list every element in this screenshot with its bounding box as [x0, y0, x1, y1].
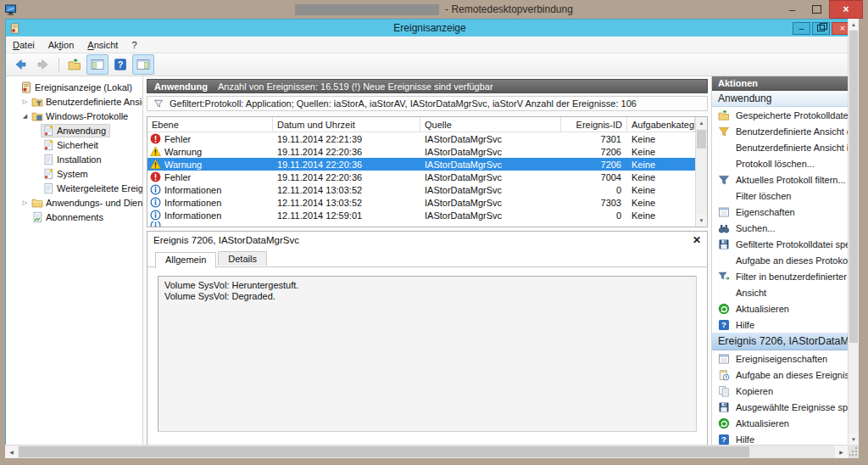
menu-ansicht[interactable]: Ansicht — [81, 40, 125, 50]
action-eigenschaften[interactable]: Eigenschaften — [712, 204, 848, 220]
action-filter-in-benutzerdefinierter-ans[interactable]: Filter in benutzerdefinierter Ans... — [712, 268, 848, 284]
action-benutzerdefinierte-ansicht-erste[interactable]: Benutzerdefinierte Ansicht erste... — [712, 123, 848, 139]
scroll-down-icon[interactable]: ▼ — [849, 434, 859, 445]
console-tree-icon — [91, 58, 104, 71]
tree-item-anwendungs-und-dienstprotokolle[interactable]: ▷Anwendungs- und Dienstprotokolle — [6, 195, 142, 210]
menu-aktion[interactable]: Aktion — [42, 40, 81, 50]
event-details-pane: Ereignis 7206, IAStorDataMgrSvc ✕ Allgem… — [147, 231, 708, 445]
scroll-right-icon[interactable]: ▶ — [835, 445, 848, 458]
filter-view-icon — [718, 271, 730, 283]
scroll-up-icon[interactable]: ▲ — [696, 117, 707, 129]
tree-item-installation[interactable]: Installation — [6, 152, 142, 166]
rdp-minimize-button[interactable]: – — [780, 0, 804, 19]
action-kopieren[interactable]: Kopieren — [712, 383, 848, 399]
action-aktualisieren[interactable]: Aktualisieren — [712, 415, 848, 431]
column-header-ebene[interactable]: Ebene — [147, 117, 273, 132]
event-row[interactable] — [147, 221, 695, 227]
actions-section-ereignis-7206-iastordatamg[interactable]: Ereignis 7206, IAStorDataMg... — [712, 333, 848, 350]
actions-section-anwendung[interactable]: Anwendung — [712, 91, 848, 107]
event-message-box[interactable]: Volume SysVol: Heruntergestuft.Volume Sy… — [158, 276, 697, 432]
tree-item-label: Installation — [57, 154, 102, 165]
column-header-ereignis-id[interactable]: Ereignis-ID — [561, 117, 627, 132]
tree-item-label: Anwendungs- und Dienstprotokolle — [46, 198, 143, 208]
event-row[interactable]: Informationen12.11.2014 12:59:01IAStorDa… — [147, 209, 695, 221]
mmc-titlebar[interactable]: Ereignisanzeige – × — [6, 20, 848, 36]
column-header-aufgabenkategorie[interactable]: Aufgabenkategorie — [627, 117, 695, 132]
expander-collapsed-icon[interactable]: ▷ — [20, 98, 30, 105]
action-ausgewählte-ereignisse-speiche[interactable]: Ausgewählte Ereignisse speiche... — [712, 399, 848, 415]
action-suchen[interactable]: Suchen... — [712, 220, 848, 236]
rdp-title-text: - Remotedesktopverbindung — [445, 3, 573, 15]
tree-item-windows-protokolle[interactable]: ◢Windows-Protokolle — [6, 109, 142, 123]
rdp-maximize-button[interactable] — [804, 0, 829, 19]
tree-item-benutzerdefinierte-ansichten[interactable]: ▷Benutzerdefinierte Ansichten — [6, 94, 142, 109]
event-list-vertical-scrollbar[interactable]: ▲ ▼ — [695, 117, 707, 227]
action-aufgabe-an-dieses-ereignis-anfü[interactable]: Aufgabe an dieses Ereignis anfü... — [712, 367, 848, 383]
rdp-titlebar[interactable]: - Remotedesktopverbindung – × — [0, 0, 868, 19]
scroll-up-icon[interactable]: ▲ — [849, 19, 859, 30]
svg-text:?: ? — [721, 434, 726, 444]
rdp-vertical-scrollbar[interactable]: ▲ ▼ — [848, 19, 859, 445]
expander-collapsed-icon[interactable]: ▷ — [20, 199, 30, 206]
event-row[interactable]: Warnung19.11.2014 22:20:36IAStorDataMgrS… — [147, 158, 695, 171]
action-benutzerdefinierte-ansicht-imp[interactable]: Benutzerdefinierte Ansicht imp... — [712, 139, 848, 155]
event-datetime: 12.11.2014 13:03:52 — [273, 198, 420, 208]
details-tabs: AllgemeinDetails — [147, 249, 707, 267]
tree-item-abonnements[interactable]: Abonnements — [6, 210, 142, 224]
action-label: Hilfe — [736, 320, 754, 330]
scroll-down-icon[interactable]: ▼ — [696, 215, 707, 227]
toolbar-show-console-tree-button[interactable] — [86, 54, 108, 75]
svg-text:?: ? — [721, 320, 726, 329]
action-filter-löschen[interactable]: Filter löschen — [712, 188, 848, 204]
toolbar-forward-button[interactable] — [32, 54, 54, 75]
event-row[interactable]: Warnung19.11.2014 22:20:36IAStorDataMgrS… — [147, 145, 695, 158]
action-gefilterte-protokolldatei-speich[interactable]: Gefilterte Protokolldatei speich... — [712, 236, 848, 252]
tree-item-system[interactable]: System — [6, 166, 142, 181]
action-label: Suchen... — [736, 223, 775, 233]
toolbar-show-action-pane-button[interactable] — [132, 54, 154, 75]
scrollbar-thumb[interactable] — [697, 130, 706, 148]
action-aufgabe-an-dieses-protokoll-anf[interactable]: Aufgabe an dieses Protokoll anf... — [712, 252, 848, 268]
event-row[interactable]: Fehler19.11.2014 22:20:36IAStorDataMgrSv… — [147, 171, 695, 183]
scrollbar-thumb[interactable] — [849, 31, 858, 343]
tree-item-ereignisanzeige-lokal[interactable]: Ereignisanzeige (Lokal) — [6, 80, 142, 94]
resize-grip[interactable] — [848, 445, 859, 458]
event-row[interactable]: Informationen12.11.2014 13:03:52IAStorDa… — [147, 196, 695, 209]
toolbar-back-button[interactable] — [9, 54, 31, 75]
scrollbar-thumb[interactable] — [19, 446, 749, 457]
mmc-close-button[interactable]: × — [832, 22, 848, 35]
action-hilfe[interactable]: ?Hilfe — [712, 317, 848, 333]
tab-allgemein[interactable]: Allgemein — [155, 252, 216, 268]
scroll-left-icon[interactable]: ◀ — [5, 445, 18, 458]
action-ereigniseigenschaften[interactable]: Ereigniseigenschaften — [712, 350, 848, 367]
mmc-window-title: Ereignisanzeige — [6, 22, 848, 34]
toolbar-open-saved-log-button[interactable] — [64, 54, 86, 75]
expander-expanded-icon[interactable]: ◢ — [20, 113, 30, 120]
action-aktualisieren[interactable]: Aktualisieren — [712, 300, 848, 317]
filter-notice-bar[interactable]: Gefiltert:Protokoll: Application; Quelle… — [147, 96, 708, 111]
action-gespeicherte-protokolldatei-öff[interactable]: Gespeicherte Protokolldatei öff... — [712, 107, 848, 123]
action-hilfe[interactable]: ?Hilfe — [712, 431, 848, 445]
tab-details[interactable]: Details — [218, 251, 267, 266]
tree-item-anwendung[interactable]: Anwendung — [6, 123, 142, 137]
column-header-datum-und-uhrzeit[interactable]: Datum und Uhrzeit — [273, 117, 420, 132]
action-label: Filter löschen — [736, 191, 791, 201]
action-ansicht[interactable]: Ansicht — [712, 284, 848, 300]
column-header-quelle[interactable]: Quelle — [420, 117, 561, 132]
details-close-icon[interactable]: ✕ — [693, 234, 701, 246]
back-arrow-icon — [14, 58, 27, 71]
rdp-horizontal-scrollbar[interactable]: ◀ ▶ — [5, 445, 848, 458]
tree-item-weitergeleitete-ereignisse[interactable]: Weitergeleitete Ereignisse — [6, 181, 142, 195]
menu-datei[interactable]: Datei — [6, 40, 42, 50]
tree-item-sicherheit[interactable]: Sicherheit — [6, 137, 142, 152]
log-summary-text: Anzahl von Ereignissen: 16.519 (!) Neue … — [218, 81, 493, 92]
mmc-minimize-button[interactable]: – — [793, 22, 810, 35]
menu-help[interactable]: ? — [125, 40, 143, 50]
action-aktuelles-protokoll-filtern[interactable]: Aktuelles Protokoll filtern... — [712, 171, 848, 188]
rdp-close-button[interactable]: × — [829, 0, 863, 19]
event-row[interactable]: Fehler19.11.2014 22:21:39IAStorDataMgrSv… — [147, 132, 695, 145]
toolbar-help-button[interactable]: ? — [109, 54, 131, 75]
action-protokoll-löschen[interactable]: Protokoll löschen... — [712, 155, 848, 171]
mmc-restore-button[interactable] — [812, 22, 830, 35]
event-row[interactable]: Informationen12.11.2014 13:03:52IAStorDa… — [147, 183, 695, 196]
